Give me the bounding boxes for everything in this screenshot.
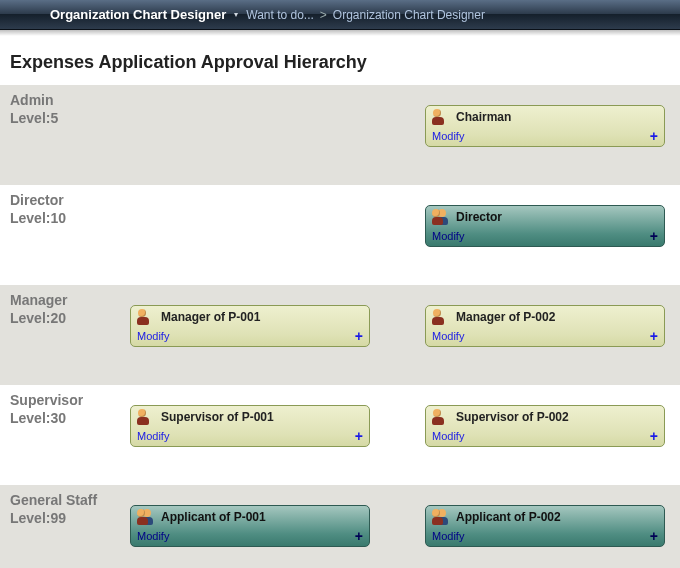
- add-child-button[interactable]: +: [650, 328, 658, 344]
- org-node-app1[interactable]: Applicant of P-001Modify+: [130, 505, 370, 547]
- node-footer: Modify+: [137, 528, 363, 544]
- level-label: General StaffLevel:99: [10, 491, 97, 527]
- person-icon: [432, 109, 450, 125]
- level-row: ManagerLevel:20Manager of P-001Modify+Ma…: [0, 285, 680, 385]
- node-title: Applicant of P-001: [161, 510, 266, 524]
- org-node-sup2[interactable]: Supervisor of P-002Modify+: [425, 405, 665, 447]
- modify-link[interactable]: Modify: [432, 230, 464, 242]
- modify-link[interactable]: Modify: [137, 530, 169, 542]
- org-node-chairman[interactable]: ChairmanModify+: [425, 105, 665, 147]
- add-child-button[interactable]: +: [650, 428, 658, 444]
- add-child-button[interactable]: +: [650, 228, 658, 244]
- add-child-button[interactable]: +: [650, 528, 658, 544]
- node-footer: Modify+: [137, 428, 363, 444]
- level-label: ManagerLevel:20: [10, 291, 68, 327]
- node-header: Applicant of P-001: [131, 506, 369, 525]
- breadcrumb-current: Organization Chart Designer: [333, 8, 485, 22]
- node-header: Manager of P-001: [131, 306, 369, 325]
- node-title: Chairman: [456, 110, 511, 124]
- node-footer: Modify+: [432, 228, 658, 244]
- modify-link[interactable]: Modify: [137, 430, 169, 442]
- app-menu-dropdown-icon[interactable]: ▾: [234, 10, 238, 19]
- person-icon: [432, 409, 450, 425]
- level-label: AdminLevel:5: [10, 91, 58, 127]
- modify-link[interactable]: Modify: [137, 330, 169, 342]
- person-icon: [432, 309, 450, 325]
- people-icon: [137, 509, 155, 525]
- node-title: Applicant of P-002: [456, 510, 561, 524]
- breadcrumb-root[interactable]: Want to do...: [246, 8, 314, 22]
- level-row: SupervisorLevel:30Supervisor of P-001Mod…: [0, 385, 680, 485]
- node-footer: Modify+: [432, 428, 658, 444]
- node-header: Supervisor of P-001: [131, 406, 369, 425]
- page-title: Expenses Application Approval Hierarchy: [10, 52, 670, 73]
- level-label: SupervisorLevel:30: [10, 391, 83, 427]
- org-node-sup1[interactable]: Supervisor of P-001Modify+: [130, 405, 370, 447]
- modify-link[interactable]: Modify: [432, 430, 464, 442]
- org-node-mgr2[interactable]: Manager of P-002Modify+: [425, 305, 665, 347]
- modify-link[interactable]: Modify: [432, 530, 464, 542]
- node-header: Manager of P-002: [426, 306, 664, 325]
- node-footer: Modify+: [432, 528, 658, 544]
- people-icon: [432, 209, 450, 225]
- person-icon: [137, 309, 155, 325]
- level-row: General StaffLevel:99Applicant of P-001M…: [0, 485, 680, 568]
- node-header: Supervisor of P-002: [426, 406, 664, 425]
- org-chart-stage: AdminLevel:5ChairmanModify+DirectorLevel…: [0, 85, 680, 568]
- node-footer: Modify+: [432, 328, 658, 344]
- top-navbar: Organization Chart Designer ▾ Want to do…: [0, 0, 680, 30]
- level-row: DirectorLevel:10DirectorModify+: [0, 185, 680, 285]
- node-header: Chairman: [426, 106, 664, 125]
- level-row: AdminLevel:5ChairmanModify+: [0, 85, 680, 185]
- node-title: Manager of P-001: [161, 310, 260, 324]
- people-icon: [432, 509, 450, 525]
- node-title: Manager of P-002: [456, 310, 555, 324]
- modify-link[interactable]: Modify: [432, 130, 464, 142]
- person-icon: [137, 409, 155, 425]
- node-footer: Modify+: [137, 328, 363, 344]
- org-node-app2[interactable]: Applicant of P-002Modify+: [425, 505, 665, 547]
- breadcrumb-separator: >: [320, 8, 327, 22]
- app-title[interactable]: Organization Chart Designer: [50, 7, 226, 22]
- add-child-button[interactable]: +: [650, 128, 658, 144]
- node-header: Director: [426, 206, 664, 225]
- node-title: Supervisor of P-002: [456, 410, 569, 424]
- modify-link[interactable]: Modify: [432, 330, 464, 342]
- add-child-button[interactable]: +: [355, 328, 363, 344]
- add-child-button[interactable]: +: [355, 528, 363, 544]
- navbar-shadow: [0, 30, 680, 36]
- node-header: Applicant of P-002: [426, 506, 664, 525]
- node-title: Supervisor of P-001: [161, 410, 274, 424]
- add-child-button[interactable]: +: [355, 428, 363, 444]
- org-node-mgr1[interactable]: Manager of P-001Modify+: [130, 305, 370, 347]
- node-footer: Modify+: [432, 128, 658, 144]
- level-label: DirectorLevel:10: [10, 191, 66, 227]
- node-title: Director: [456, 210, 502, 224]
- org-node-director[interactable]: DirectorModify+: [425, 205, 665, 247]
